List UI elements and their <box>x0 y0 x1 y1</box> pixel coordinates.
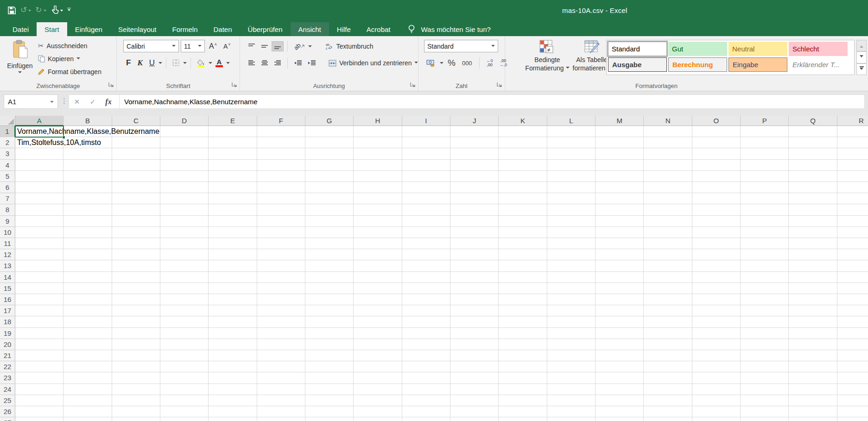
cell-L22[interactable] <box>547 361 596 372</box>
cell-Q23[interactable] <box>789 372 837 383</box>
row-header-18[interactable]: 18 <box>0 316 15 327</box>
cell-H25[interactable] <box>354 395 402 406</box>
cell-N17[interactable] <box>644 305 692 316</box>
cell-J10[interactable] <box>450 227 499 238</box>
cell-C8[interactable] <box>112 204 160 215</box>
cell-L24[interactable] <box>547 384 596 395</box>
row-header-26[interactable]: 26 <box>0 406 15 417</box>
cell-F10[interactable] <box>257 227 305 238</box>
cell-N16[interactable] <box>644 294 692 305</box>
cell-C23[interactable] <box>112 372 160 383</box>
row-header-5[interactable]: 5 <box>0 171 15 182</box>
tab-datei[interactable]: Datei <box>5 22 37 36</box>
touch-mode-button[interactable] <box>51 5 63 16</box>
column-header-R[interactable]: R <box>837 116 868 126</box>
cell-N24[interactable] <box>644 384 692 395</box>
column-header-N[interactable]: N <box>644 116 692 126</box>
cell-P17[interactable] <box>741 305 789 316</box>
cell-J24[interactable] <box>450 384 499 395</box>
cell-R15[interactable] <box>837 283 868 294</box>
underline-button[interactable]: U <box>146 58 158 68</box>
cell-G22[interactable] <box>305 361 354 372</box>
font-color-button[interactable]: A <box>213 57 225 69</box>
copy-button[interactable]: Kopieren <box>38 53 101 64</box>
cell-M25[interactable] <box>596 395 644 406</box>
row-header-25[interactable]: 25 <box>0 395 15 406</box>
cell-A17[interactable] <box>15 305 63 316</box>
comma-style-button[interactable]: 000 <box>460 58 475 69</box>
column-header-L[interactable]: L <box>547 116 596 126</box>
cell-F11[interactable] <box>257 238 305 249</box>
cell-J21[interactable] <box>450 350 499 361</box>
cell-R20[interactable] <box>837 339 868 350</box>
cell-I22[interactable] <box>402 361 450 372</box>
cell-Q19[interactable] <box>789 328 837 339</box>
cell-N7[interactable] <box>644 193 692 204</box>
cell-B4[interactable] <box>63 160 112 171</box>
cell-J18[interactable] <box>450 316 499 327</box>
cell-N22[interactable] <box>644 361 692 372</box>
row-header-16[interactable]: 16 <box>0 294 15 305</box>
cell-J19[interactable] <box>450 328 499 339</box>
cell-O17[interactable] <box>692 305 741 316</box>
cell-K4[interactable] <box>499 160 547 171</box>
tell-me-box[interactable]: Was möchten Sie tun? <box>407 22 491 36</box>
cell-R19[interactable] <box>837 328 868 339</box>
cell-B6[interactable] <box>63 182 112 193</box>
cell-N4[interactable] <box>644 160 692 171</box>
row-header-27[interactable]: 27 <box>0 417 15 421</box>
cell-N10[interactable] <box>644 227 692 238</box>
cell-O2[interactable] <box>692 137 741 148</box>
cell-O11[interactable] <box>692 238 741 249</box>
cell-E18[interactable] <box>209 316 257 327</box>
cell-J16[interactable] <box>450 294 499 305</box>
cell-P16[interactable] <box>741 294 789 305</box>
cell-L14[interactable] <box>547 272 596 283</box>
cell-E17[interactable] <box>209 305 257 316</box>
cell-Q16[interactable] <box>789 294 837 305</box>
cell-H11[interactable] <box>354 238 402 249</box>
cell-R1[interactable] <box>837 126 868 137</box>
cell-N9[interactable] <box>644 216 692 227</box>
cell-A16[interactable] <box>15 294 63 305</box>
name-box[interactable]: A1 <box>4 94 58 109</box>
cell-J4[interactable] <box>450 160 499 171</box>
cell-B19[interactable] <box>63 328 112 339</box>
column-header-J[interactable]: J <box>450 116 499 126</box>
cell-O20[interactable] <box>692 339 741 350</box>
cell-E2[interactable] <box>209 137 257 148</box>
cell-K10[interactable] <box>499 227 547 238</box>
cell-J23[interactable] <box>450 372 499 383</box>
cell-K24[interactable] <box>499 384 547 395</box>
cell-R6[interactable] <box>837 182 868 193</box>
cell-G26[interactable] <box>305 406 354 417</box>
cell-M11[interactable] <box>596 238 644 249</box>
cell-D8[interactable] <box>160 204 209 215</box>
cell-Q18[interactable] <box>789 316 837 327</box>
cell-Q6[interactable] <box>789 182 837 193</box>
cell-P7[interactable] <box>741 193 789 204</box>
cell-H16[interactable] <box>354 294 402 305</box>
cell-N13[interactable] <box>644 260 692 271</box>
cell-D27[interactable] <box>160 417 209 421</box>
cancel-button[interactable]: ✕ <box>69 98 85 106</box>
cell-G14[interactable] <box>305 272 354 283</box>
cell-G12[interactable] <box>305 249 354 260</box>
cell-L27[interactable] <box>547 417 596 421</box>
cell-B24[interactable] <box>63 384 112 395</box>
gallery-scroll-up-button[interactable] <box>856 40 867 51</box>
cell-style-standard[interactable]: Standard <box>608 42 667 56</box>
cell-B9[interactable] <box>63 216 112 227</box>
cell-Q11[interactable] <box>789 238 837 249</box>
cell-N23[interactable] <box>644 372 692 383</box>
customize-qat-button[interactable] <box>67 5 71 16</box>
cell-B11[interactable] <box>63 238 112 249</box>
cell-I26[interactable] <box>402 406 450 417</box>
cell-Q3[interactable] <box>789 148 837 159</box>
cell-E27[interactable] <box>209 417 257 421</box>
cell-G21[interactable] <box>305 350 354 361</box>
cell-K27[interactable] <box>499 417 547 421</box>
wrap-text-button[interactable]: ab c Textumbruch <box>326 41 373 52</box>
cell-C9[interactable] <box>112 216 160 227</box>
cell-style-ausgabe[interactable]: Ausgabe <box>608 57 667 72</box>
